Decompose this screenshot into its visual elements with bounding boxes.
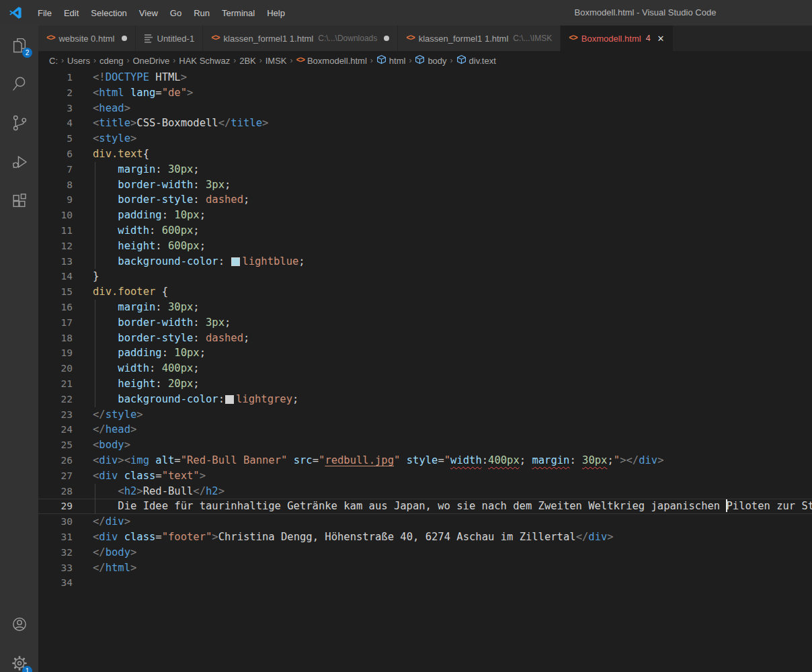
line-number: 24 [38,422,73,437]
breadcrumb-item-hak-schwaz[interactable]: HAK Schwaz [179,56,230,66]
dirty-dot-icon[interactable] [122,36,127,41]
code-line-32[interactable]: 32</body> [38,545,812,560]
code-line-25[interactable]: 25<body> [38,437,812,453]
close-icon[interactable]: ✕ [657,34,665,44]
html-file-icon: <> [296,56,304,65]
breadcrumb-item-c-[interactable]: C: [49,56,58,66]
code-line-28[interactable]: 28 <h2>Red-Bull</h2> [38,484,812,499]
breadcrumb-item-onedrive[interactable]: OneDrive [132,56,169,66]
account-button[interactable] [0,616,38,633]
menu-go[interactable]: Go [164,0,188,26]
tab-klassen-formel1-1-html[interactable]: <>klassen_formel1 1.htmlC:\...\Downloads [203,26,398,51]
code-text: margin: 30px; [73,162,200,177]
code-line-4[interactable]: 4<title>CSS-Boxmodell</title> [38,116,812,131]
code-line-27[interactable]: 27<div class="text"> [38,468,812,484]
tab-website-0-html[interactable]: <>website 0.html [38,26,136,51]
code-text: height: 20px; [73,376,200,392]
code-line-34[interactable]: 34 [38,575,812,591]
tab-klassen-formel1-1-html[interactable]: <>klassen_formel1 1.htmlC:\...\IMSK [398,26,561,51]
code-text: </div> [73,514,130,530]
debug-play-icon [11,153,28,171]
activity-bar: 2 [0,26,38,672]
menu-run[interactable]: Run [188,0,216,26]
code-line-21[interactable]: 21 height: 20px; [38,376,812,392]
code-line-3[interactable]: 3<head> [38,101,812,116]
code-line-6[interactable]: 6div.text{ [38,146,812,162]
menu-selection[interactable]: Selection [85,0,132,26]
line-number: 23 [38,407,73,423]
chevron-right-icon: › [173,56,175,65]
breadcrumb-item-cdeng[interactable]: cdeng [99,56,123,66]
breadcrumb-item-imsk[interactable]: IMSK [266,56,287,66]
line-number: 20 [38,361,73,376]
extensions-icon [11,192,28,210]
code-line-14[interactable]: 14} [38,269,812,284]
code-line-2[interactable]: 2<html lang="de"> [38,85,812,101]
breadcrumb-label: html [389,56,406,66]
account-icon [11,616,28,633]
code-line-30[interactable]: 30</div> [38,514,812,530]
code-line-29[interactable]: 29 Die Idee für taurinhaltige Getränke k… [38,499,812,514]
menu-edit[interactable]: Edit [58,0,85,26]
code-line-7[interactable]: 7 margin: 30px; [38,162,812,177]
code-text: div.footer { [73,284,168,300]
extensions-button[interactable] [0,192,38,210]
tab-error-count: 4 [646,34,651,43]
code-line-11[interactable]: 11 width: 600px; [38,223,812,239]
breadcrumb-item-users[interactable]: Users [67,56,90,66]
search-button[interactable] [0,75,38,93]
breadcrumb-item-2bk[interactable]: 2BK [239,56,256,66]
menu-file[interactable]: File [32,0,58,26]
code-line-16[interactable]: 16 margin: 30px; [38,300,812,315]
dirty-dot-icon[interactable] [384,36,389,41]
code-text: width: 400px; [73,361,200,376]
color-swatch[interactable] [225,395,234,404]
editor[interactable]: 1<!DOCTYPE HTML>2<html lang="de">3<head>… [38,70,812,672]
menu-help[interactable]: Help [261,0,291,26]
editor-lines: 1<!DOCTYPE HTML>2<html lang="de">3<head>… [38,70,812,591]
code-line-26[interactable]: 26<div><img alt="Red-Bull Banner" src="r… [38,453,812,468]
code-line-24[interactable]: 24</head> [38,422,812,437]
tab-path: C:\...\Downloads [318,34,377,43]
breadcrumb-item-html[interactable]: html [376,54,406,67]
code-line-33[interactable]: 33</html> [38,560,812,576]
code-line-1[interactable]: 1<!DOCTYPE HTML> [38,70,812,85]
chevron-right-icon: › [259,56,262,65]
code-line-13[interactable]: 13 background-color: lightblue; [38,254,812,269]
run-debug-button[interactable] [0,153,38,171]
code-line-18[interactable]: 18 border-style: dashed; [38,331,812,346]
code-line-22[interactable]: 22 background-color:lightgrey; [38,392,812,407]
explorer-button[interactable]: 2 [0,36,38,54]
code-line-12[interactable]: 12 height: 600px; [38,239,812,254]
settings-button[interactable]: 1 [0,655,38,672]
menu-terminal[interactable]: Terminal [216,0,261,26]
line-number: 22 [38,392,73,407]
breadcrumb-label: IMSK [266,56,287,66]
code-line-20[interactable]: 20 width: 400px; [38,361,812,376]
tab-boxmodell-html[interactable]: <>Boxmodell.html4✕ [561,26,673,51]
code-line-17[interactable]: 17 border-width: 3px; [38,315,812,331]
code-line-10[interactable]: 10 padding: 10px; [38,208,812,223]
code-line-31[interactable]: 31<div class="footer">Christina Dengg, H… [38,530,812,545]
line-number: 27 [38,468,73,484]
breadcrumb-item-body[interactable]: body [415,54,446,67]
code-line-23[interactable]: 23</style> [38,407,812,423]
breadcrumb-label: body [428,56,446,66]
breadcrumb-item-div-text[interactable]: div.text [456,54,496,67]
code-line-8[interactable]: 8 border-width: 3px; [38,177,812,193]
code-text: } [73,269,99,284]
source-control-button[interactable] [0,114,38,132]
code-line-9[interactable]: 9 border-style: dashed; [38,192,812,208]
code-line-19[interactable]: 19 padding: 10px; [38,345,812,361]
code-line-15[interactable]: 15div.footer { [38,284,812,300]
tab-untitled-1[interactable]: Untitled-1 [136,26,204,51]
code-text: height: 600px; [73,239,206,254]
code-text: <h2>Red-Bull</h2> [73,484,225,499]
line-number: 11 [38,223,73,239]
breadcrumb-item-boxmodell-html[interactable]: <>Boxmodell.html [296,56,367,66]
line-number: 5 [38,131,73,146]
menu-view[interactable]: View [133,0,164,26]
color-swatch[interactable] [231,257,240,266]
file-icon [144,32,153,44]
code-line-5[interactable]: 5<style> [38,131,812,146]
